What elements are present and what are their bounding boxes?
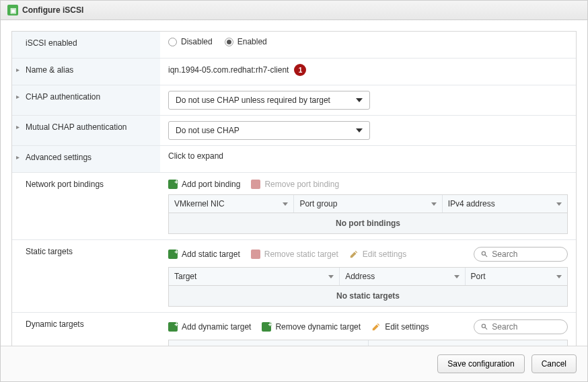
edit-static-target-button: Edit settings <box>349 250 406 259</box>
dynamic-targets-search-input[interactable] <box>492 322 560 332</box>
static-targets-search-input[interactable] <box>492 250 560 259</box>
settings-panel: iSCSI enabled Disabled Enabled <box>11 31 577 346</box>
static-targets-toolbar: Add static target Remove static target E… <box>168 245 568 263</box>
add-dynamic-target-button[interactable]: Add dynamic target <box>168 322 251 332</box>
label-chap[interactable]: ▸ CHAP authentication <box>12 85 160 115</box>
row-advanced: ▸ Advanced settings Click to expand <box>12 146 576 173</box>
iscsi-icon: ▣ <box>7 5 18 15</box>
static-targets-search[interactable] <box>474 247 568 262</box>
remove-icon <box>262 322 271 332</box>
expand-icon: ▸ <box>16 153 23 162</box>
svg-point-2 <box>482 324 485 328</box>
port-bindings-grid: VMkernel NIC Port group IPv4 address No … <box>168 194 568 234</box>
dialog-title: Configure iSCSI <box>22 5 83 15</box>
mutual-chap-select[interactable]: Do not use CHAP <box>168 121 370 140</box>
add-icon <box>168 250 178 259</box>
col-address[interactable]: Address <box>340 268 465 285</box>
remove-icon <box>251 180 260 189</box>
row-static-targets: Static targets Add static target Remove … <box>12 240 576 313</box>
label-port-bindings: Network port bindings <box>12 173 160 239</box>
col-port[interactable]: Port <box>466 268 568 285</box>
dialog-titlebar[interactable]: ▣ Configure iSCSI <box>1 1 587 20</box>
name-alias-badge: 1 <box>294 64 306 76</box>
row-name-alias: ▸ Name & alias iqn.1994-05.com.redhat:rh… <box>12 59 576 85</box>
chevron-down-icon <box>454 275 460 278</box>
row-chap: ▸ CHAP authentication Do not use CHAP un… <box>12 85 576 116</box>
expand-icon: ▸ <box>16 92 23 102</box>
static-targets-grid: Target Address Port No static targets <box>168 267 568 307</box>
chevron-down-icon <box>556 202 562 206</box>
dialog-body: iSCSI enabled Disabled Enabled <box>1 20 587 346</box>
pencil-icon <box>371 322 381 332</box>
dynamic-targets-grid: Address Port 3260 <box>168 340 568 346</box>
advanced-hint[interactable]: Click to expand <box>168 151 568 161</box>
svg-point-0 <box>482 252 485 255</box>
chevron-down-icon <box>328 275 334 278</box>
port-bindings-toolbar: Add port binding Remove port binding <box>168 178 568 190</box>
label-name-alias[interactable]: ▸ Name & alias <box>12 59 160 85</box>
col-vmkernel-nic[interactable]: VMkernel NIC <box>169 195 294 213</box>
col-target[interactable]: Target <box>169 268 340 285</box>
port-bindings-empty: No port bindings <box>169 213 567 233</box>
dynamic-targets-toolbar: Add dynamic target Remove dynamic target… <box>168 318 568 336</box>
label-advanced[interactable]: ▸ Advanced settings <box>12 146 160 172</box>
chevron-down-icon <box>356 98 363 102</box>
remove-dynamic-target-button[interactable]: Remove dynamic target <box>262 322 361 332</box>
add-icon <box>168 180 178 189</box>
expand-icon: ▸ <box>16 122 23 132</box>
col-port[interactable]: Port <box>369 340 568 346</box>
static-targets-empty: No static targets <box>169 286 567 306</box>
iscsi-enabled-radio-group: Disabled Enabled <box>168 37 568 46</box>
search-icon <box>481 323 488 331</box>
pencil-icon <box>349 250 359 259</box>
configure-iscsi-dialog: ▣ Configure iSCSI iSCSI enabled Disabled <box>0 0 588 382</box>
row-iscsi-enabled: iSCSI enabled Disabled Enabled <box>12 32 576 59</box>
chevron-down-icon <box>283 202 288 206</box>
add-static-target-button[interactable]: Add static target <box>168 250 240 259</box>
chevron-down-icon <box>431 202 437 206</box>
radio-enabled[interactable]: Enabled <box>225 37 267 46</box>
label-mutual-chap[interactable]: ▸ Mutual CHAP authentication <box>12 116 160 145</box>
radio-disabled[interactable]: Disabled <box>168 37 213 46</box>
col-ipv4-address[interactable]: IPv4 address <box>443 195 567 213</box>
label-dynamic-targets: Dynamic targets <box>12 313 160 346</box>
add-port-binding-button[interactable]: Add port binding <box>168 180 240 189</box>
search-icon <box>481 250 488 258</box>
dialog-footer: Save configuration Cancel <box>1 346 587 381</box>
col-port-group[interactable]: Port group <box>294 195 442 213</box>
row-port-bindings: Network port bindings Add port binding R… <box>12 173 576 240</box>
row-dynamic-targets: Dynamic targets Add dynamic target Remov… <box>12 313 576 346</box>
remove-icon <box>251 250 260 259</box>
cancel-button[interactable]: Cancel <box>531 354 577 373</box>
add-icon <box>168 322 178 332</box>
save-configuration-button[interactable]: Save configuration <box>437 354 524 373</box>
dynamic-targets-search[interactable] <box>474 319 568 334</box>
col-address[interactable]: Address <box>169 340 369 346</box>
edit-dynamic-target-button[interactable]: Edit settings <box>371 322 429 332</box>
label-static-targets: Static targets <box>12 240 160 312</box>
remove-port-binding-button: Remove port binding <box>251 180 339 189</box>
row-mutual-chap: ▸ Mutual CHAP authentication Do not use … <box>12 116 576 146</box>
chevron-down-icon <box>356 128 363 132</box>
label-iscsi-enabled: iSCSI enabled <box>12 32 160 58</box>
svg-line-3 <box>485 328 487 330</box>
expand-icon: ▸ <box>16 65 23 75</box>
chap-select[interactable]: Do not use CHAP unless required by targe… <box>168 91 370 110</box>
name-alias-value: iqn.1994-05.com.redhat:rh7-client <box>168 65 289 75</box>
chevron-down-icon <box>556 275 562 278</box>
remove-static-target-button: Remove static target <box>251 250 338 259</box>
svg-line-1 <box>485 255 487 257</box>
